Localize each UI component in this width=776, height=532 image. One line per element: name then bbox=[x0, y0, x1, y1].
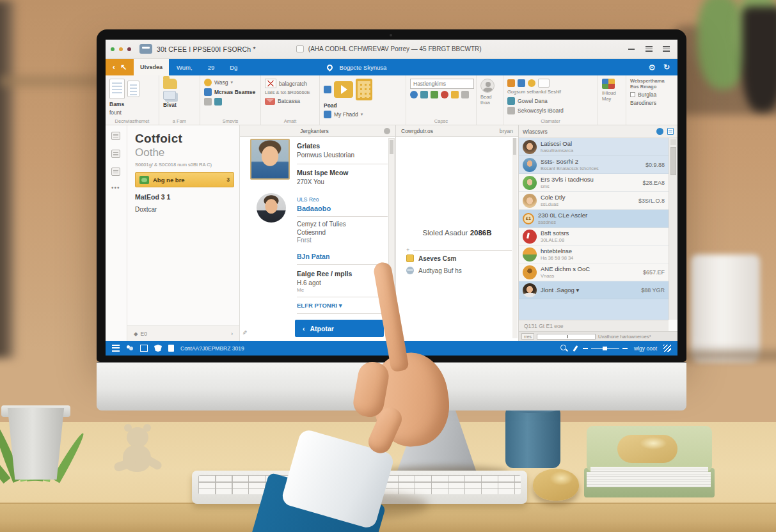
person-row[interactable]: Ssts- Sosrhi 2Bssant Bnaiacsck tshcrlces… bbox=[519, 156, 669, 174]
restore-button[interactable] bbox=[642, 45, 655, 54]
folder-icon[interactable] bbox=[163, 79, 177, 89]
list-status-icon[interactable] bbox=[112, 345, 120, 352]
folder-pane: Cotfoict Oothe S0601g/ & S0C018 num s0Bt… bbox=[127, 125, 240, 341]
menu-item-2[interactable]: 29 bbox=[200, 59, 223, 75]
tool-icon-1[interactable] bbox=[410, 91, 418, 98]
contact-link-caps[interactable]: ELFR PTONRI ▾ bbox=[297, 302, 386, 309]
tab-active[interactable]: Utvsdea bbox=[134, 59, 169, 75]
contact-link[interactable]: BJn Patan bbox=[297, 253, 386, 260]
app-icon bbox=[139, 44, 152, 54]
grid-status-icon[interactable] bbox=[140, 345, 148, 352]
data-icon[interactable] bbox=[507, 97, 515, 105]
traffic-dot-red bbox=[127, 47, 131, 51]
share-icon-1[interactable] bbox=[507, 79, 515, 87]
minimize-button[interactable] bbox=[625, 45, 638, 54]
document-status-icon[interactable] bbox=[168, 345, 174, 352]
person-row[interactable]: Ers 3Vls i tacdHosusms $28.EA8 bbox=[519, 174, 669, 192]
zoom-thumb[interactable] bbox=[603, 347, 607, 350]
contacts-scrollbar[interactable] bbox=[388, 138, 395, 319]
new-item-icon[interactable] bbox=[127, 81, 139, 97]
contact-field: Me bbox=[297, 287, 386, 293]
search-icon[interactable] bbox=[560, 345, 568, 352]
person-row-selected[interactable]: Jlont .Sagog ▾ $88 YGR bbox=[519, 281, 669, 299]
person-row[interactable]: ANE dichm s OoCVnaas $657.EF bbox=[519, 263, 669, 281]
tool-icon-2[interactable] bbox=[420, 91, 428, 98]
menu-button[interactable] bbox=[660, 45, 672, 54]
expand-icon[interactable]: › bbox=[231, 331, 233, 337]
contact-portrait[interactable] bbox=[422, 142, 493, 214]
video-icon[interactable] bbox=[334, 81, 353, 98]
checkbox-icon[interactable] bbox=[630, 92, 635, 97]
board-icon[interactable] bbox=[538, 79, 550, 88]
hscroll-track[interactable] bbox=[537, 334, 596, 340]
email-icon[interactable] bbox=[204, 88, 212, 96]
traffic-dot-orange bbox=[119, 47, 123, 51]
contact-link-small[interactable]: ULS Reo bbox=[297, 196, 386, 203]
envelope-icon[interactable] bbox=[265, 98, 275, 105]
search-bar[interactable]: Bogpcte Skynusa bbox=[334, 59, 392, 75]
contact-photo-circle[interactable] bbox=[257, 193, 286, 223]
person-row[interactable]: Cole DtlyssLduas $3SrL.O.8 bbox=[519, 192, 669, 210]
address-book-icon[interactable] bbox=[480, 79, 495, 93]
folder-item[interactable]: MatEod 3 1 bbox=[135, 193, 239, 201]
cloud-grid-icon[interactable] bbox=[602, 79, 615, 89]
detail-scrollbar[interactable] bbox=[512, 138, 518, 338]
tool-icon-6[interactable] bbox=[461, 91, 469, 98]
picture-shortcut-icon[interactable] bbox=[111, 150, 120, 158]
folder-item-selected[interactable]: Abg ne bre 3 bbox=[135, 172, 234, 187]
person-row[interactable]: Latiscsi Oalhasulframsarca bbox=[519, 138, 669, 156]
menu-item-1[interactable]: Wum, bbox=[169, 59, 200, 75]
mail-shortcut-icon[interactable] bbox=[111, 132, 120, 140]
more-icon[interactable] bbox=[204, 98, 212, 106]
person-row-selected[interactable]: £1 230 0L CLe Asclersasdnes bbox=[519, 210, 669, 228]
contacts-pane-header: Jergkanters bbox=[240, 125, 395, 137]
sync-icon[interactable]: ↻ bbox=[662, 59, 677, 75]
chat-icon[interactable] bbox=[214, 98, 222, 106]
contact-link-big[interactable]: Badaaobo bbox=[297, 205, 386, 212]
blue-cup bbox=[505, 407, 560, 468]
ribbon-search-input[interactable]: Hastlengkims bbox=[410, 79, 474, 89]
person-icon[interactable] bbox=[384, 128, 390, 134]
person-row[interactable]: hntebtelnseHa 36 58 98 34 bbox=[519, 246, 669, 263]
list-view-icon[interactable] bbox=[667, 128, 674, 135]
tool-icon-5[interactable] bbox=[451, 91, 459, 98]
gear-icon[interactable]: ⚙ bbox=[642, 59, 662, 75]
people-pane-footer: Q131 Gt E1 eoe bbox=[519, 320, 669, 331]
pen-icon[interactable] bbox=[573, 345, 578, 352]
folder-meta: S0601g/ & S0C018 num s0Bt RA C) bbox=[135, 162, 232, 168]
menu-item-3[interactable]: Dg bbox=[222, 59, 245, 75]
contact-field: Fnrst bbox=[297, 237, 386, 244]
view-icon[interactable] bbox=[324, 86, 331, 93]
tool-icon-4[interactable] bbox=[441, 91, 448, 98]
people-status-icon[interactable] bbox=[126, 345, 134, 352]
cards-icon[interactable] bbox=[163, 91, 176, 100]
pencil-icon[interactable]: ✎ bbox=[241, 330, 248, 335]
pane-subtitle: Oothe bbox=[135, 146, 239, 159]
chart-shortcut-icon[interactable] bbox=[111, 168, 120, 176]
zoom-slider[interactable] bbox=[583, 348, 628, 349]
action-button[interactable]: ‹ Atpotar bbox=[295, 320, 384, 337]
share-icon-3[interactable] bbox=[528, 79, 535, 87]
contact-photo-square[interactable] bbox=[250, 139, 290, 180]
folder-item[interactable]: Doxtcar bbox=[135, 206, 239, 213]
shield-icon[interactable] bbox=[154, 345, 162, 352]
people-scrollbar[interactable] bbox=[669, 138, 677, 320]
status-text: ContAA?J0EPMBRZ 3019 bbox=[180, 345, 244, 352]
info-icon[interactable] bbox=[656, 128, 663, 135]
person-row[interactable]: Bsft sotsrs30LALE.08 bbox=[519, 228, 669, 246]
picture-icon[interactable] bbox=[265, 79, 276, 88]
panel-icon[interactable] bbox=[507, 107, 515, 114]
back-button[interactable]: ‹ ↖ bbox=[106, 59, 134, 75]
meeting-icon[interactable] bbox=[204, 79, 212, 86]
list-view-icon[interactable] bbox=[324, 111, 331, 118]
tool-icon-3[interactable] bbox=[431, 91, 438, 98]
more-shortcuts-icon[interactable]: ••• bbox=[111, 184, 120, 191]
detail-list-item[interactable]: Aseves Csm bbox=[406, 254, 513, 262]
new-contact-icon[interactable] bbox=[109, 79, 125, 99]
resize-grip-icon[interactable] bbox=[663, 345, 671, 352]
plus-icon[interactable]: + bbox=[406, 247, 409, 253]
detail-list-item[interactable]: Audtyag Buf hs bbox=[406, 267, 513, 274]
share-icon-2[interactable] bbox=[518, 79, 525, 87]
card-view-icon[interactable] bbox=[356, 79, 372, 100]
desk-front-edge bbox=[0, 503, 776, 532]
